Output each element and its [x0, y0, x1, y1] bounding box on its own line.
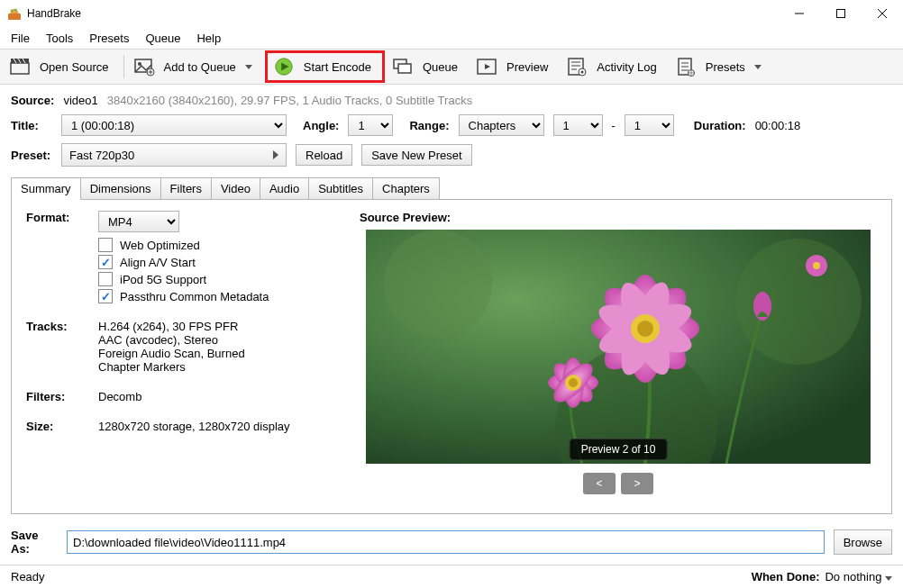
tab-filters[interactable]: Filters [160, 177, 212, 199]
open-source-label: Open Source [40, 60, 109, 74]
minimize-button[interactable] [779, 0, 820, 27]
add-to-queue-button[interactable]: Add to Queue [128, 50, 263, 83]
svg-rect-0 [8, 14, 21, 20]
range-separator: - [612, 119, 616, 132]
open-source-button[interactable]: Open Source [4, 50, 120, 83]
label-ipod-5g: iPod 5G Support [120, 273, 206, 286]
label-web-optimized: Web Optimized [120, 239, 200, 252]
when-done-value: Do nothing [825, 570, 881, 583]
chevron-down-icon [245, 65, 252, 69]
angle-select[interactable]: 1 [348, 114, 393, 136]
menu-queue[interactable]: Queue [138, 29, 187, 48]
when-done-label: When Done: [752, 570, 820, 583]
range-type-select[interactable]: Chapters [459, 114, 544, 136]
svg-point-13 [138, 62, 141, 66]
chevron-right-icon [273, 150, 278, 159]
start-encode-label: Start Encode [304, 60, 371, 74]
checkbox-web-optimized[interactable] [98, 238, 113, 252]
tab-audio[interactable]: Audio [260, 177, 309, 199]
save-as-input[interactable] [67, 530, 825, 554]
angle-label: Angle: [303, 119, 339, 132]
status-text: Ready [11, 570, 45, 583]
summary-panel: Format: MP4 Web Optimized Align A/V Star… [11, 199, 892, 514]
svg-point-28 [581, 71, 584, 74]
app-icon [7, 6, 22, 21]
tracks-line: Chapter Markers [98, 360, 333, 374]
checkbox-passthru-metadata[interactable] [98, 289, 113, 303]
tab-summary[interactable]: Summary [11, 177, 81, 200]
toolbar: Open Source Add to Queue Start Encode [0, 49, 903, 85]
checkbox-align-av-start[interactable] [98, 255, 113, 269]
when-done-dropdown[interactable]: Do nothing [825, 570, 892, 583]
duration-value: 00:00:18 [755, 119, 801, 132]
svg-point-1 [11, 10, 14, 13]
chapter-from-select[interactable]: 1 [553, 114, 603, 136]
maximize-button[interactable] [820, 0, 862, 27]
preview-label: Preview [506, 60, 548, 74]
preview-next-button[interactable]: > [621, 473, 653, 494]
preview-counter-badge: Preview 2 of 10 [570, 439, 668, 460]
log-icon [566, 56, 588, 77]
source-details: 3840x2160 (3840x2160), 29.97 FPS, 1 Audi… [107, 94, 472, 107]
svg-rect-7 [11, 63, 29, 74]
titlebar: HandBrake [0, 0, 903, 27]
svg-point-35 [384, 230, 492, 338]
tracks-line: Foreign Audio Scan, Burned [98, 347, 333, 360]
preset-row: Preset: Fast 720p30 Reload Save New Pres… [0, 140, 903, 170]
activity-log-button[interactable]: Activity Log [561, 50, 667, 83]
svg-point-55 [637, 321, 653, 337]
preset-value: Fast 720p30 [69, 149, 134, 162]
play-icon [273, 56, 295, 77]
title-row: Title: 1 (00:00:18) Angle: 1 Range: Chap… [0, 111, 903, 140]
source-name: video1 [63, 94, 97, 107]
activity-log-label: Activity Log [597, 60, 656, 74]
save-new-preset-button[interactable]: Save New Preset [361, 144, 471, 166]
tab-chapters[interactable]: Chapters [372, 177, 440, 199]
tab-subtitles[interactable]: Subtitles [308, 177, 373, 199]
tracks-line: H.264 (x264), 30 FPS PFR [98, 320, 333, 333]
queue-button[interactable]: Queue [387, 50, 469, 83]
svg-marker-22 [485, 64, 490, 69]
filters-value: Decomb [98, 390, 333, 403]
tab-dimensions[interactable]: Dimensions [80, 177, 161, 199]
presets-button[interactable]: Presets [670, 50, 772, 83]
filters-label: Filters: [26, 390, 98, 403]
queue-icon [392, 56, 414, 77]
size-label: Size: [26, 420, 98, 433]
preview-icon [476, 56, 497, 77]
tracks-label: Tracks: [26, 320, 98, 374]
menu-presets[interactable]: Presets [82, 29, 136, 48]
checkbox-ipod-5g[interactable] [98, 272, 113, 286]
tracks-line: AAC (avcodec), Stereo [98, 333, 333, 347]
label-passthru-metadata: Passthru Common Metadata [120, 290, 269, 303]
preview-prev-button[interactable]: < [583, 473, 616, 494]
add-to-queue-label: Add to Queue [164, 60, 236, 74]
svg-rect-4 [837, 10, 845, 18]
chapter-to-select[interactable]: 1 [625, 114, 674, 136]
app-title: HandBrake [27, 7, 81, 20]
svg-point-45 [569, 378, 578, 387]
tabstrip: Summary Dimensions Filters Video Audio S… [11, 177, 892, 199]
tab-video[interactable]: Video [211, 177, 260, 199]
browse-button[interactable]: Browse [834, 529, 892, 555]
close-button[interactable] [862, 0, 903, 27]
save-as-row: Save As: Browse [0, 514, 903, 556]
menu-file[interactable]: File [4, 29, 37, 48]
queue-label: Queue [423, 60, 458, 74]
menu-tools[interactable]: Tools [39, 29, 80, 48]
start-encode-button[interactable]: Start Encode [265, 50, 385, 83]
label-align-av-start: Align A/V Start [120, 256, 196, 269]
format-select[interactable]: MP4 [98, 211, 179, 232]
chevron-down-icon [754, 65, 762, 69]
size-value: 1280x720 storage, 1280x720 display [98, 420, 333, 433]
preview-button[interactable]: Preview [470, 50, 559, 83]
range-label: Range: [409, 119, 449, 132]
svg-point-2 [14, 9, 17, 12]
preset-picker[interactable]: Fast 720p30 [61, 143, 287, 167]
menu-help[interactable]: Help [189, 29, 228, 48]
title-select[interactable]: 1 (00:00:18) [61, 114, 287, 136]
svg-point-39 [813, 262, 820, 269]
source-preview-image: Preview 2 of 10 [366, 230, 871, 464]
reload-preset-button[interactable]: Reload [296, 144, 352, 166]
format-label: Format: [26, 211, 98, 232]
